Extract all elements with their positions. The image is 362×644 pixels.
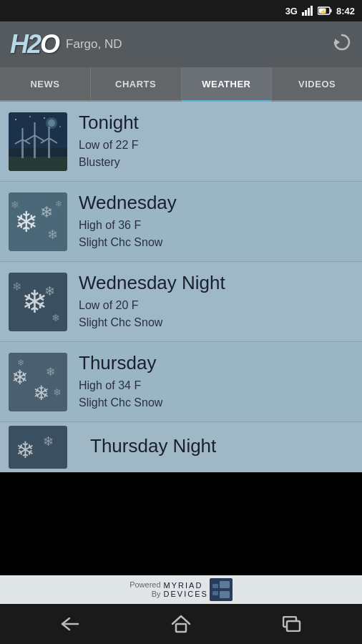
weather-temp: High of 34 F [79,377,353,394]
svg-text:❄: ❄ [17,358,24,368]
weather-thumbnail: ❄ ❄ ❄ ❄ [9,273,67,331]
weather-condition: Slight Chc Snow [79,234,353,251]
footer: Powered By MYRIAD DEVICES [0,575,362,604]
weather-thumbnail [9,112,67,171]
svg-text:❄: ❄ [46,366,55,378]
svg-rect-3 [310,6,313,16]
weather-list: Tonight Low of 22 F Blustery ❄ ❄ ❄ ❄ ❄ W… [0,102,362,575]
back-button[interactable] [52,610,88,638]
weather-condition: Blustery [79,154,353,171]
weather-temp: Low of 20 F [79,297,353,314]
svg-text:❄: ❄ [55,199,62,209]
signal-icon [302,6,313,16]
weather-info: Wednesday Night Low of 20 F Slight Chc S… [79,272,353,331]
svg-text:❄: ❄ [11,366,28,389]
weather-thumbnail: ❄ ❄ [9,426,67,469]
weather-info: Wednesday High of 36 F Slight Chc Snow [79,192,353,251]
svg-rect-18 [34,135,36,158]
logo-container: H2O Fargo, ND [10,29,122,59]
svg-rect-5 [330,9,331,13]
tab-videos[interactable]: VIDEOS [272,67,362,100]
svg-text:❄: ❄ [53,386,62,398]
svg-point-26 [15,119,16,120]
svg-text:❄: ❄ [40,203,53,221]
weather-thumbnail: ❄ ❄ ❄ ❄ ❄ [9,353,67,411]
tab-weather[interactable]: WEATHER [182,67,273,100]
svg-rect-52 [212,591,218,595]
svg-rect-22 [48,138,50,158]
svg-point-13 [48,119,55,127]
weather-period-title: Wednesday Night [79,272,353,294]
list-item[interactable]: ❄ ❄ Thursday Night [0,422,362,472]
weather-condition: Slight Chc Snow [79,314,353,331]
list-item[interactable]: ❄ ❄ ❄ ❄ ❄ Thursday High of 34 F Slight C… [0,342,362,422]
svg-text:❄: ❄ [11,199,19,210]
weather-period-title: Thursday [79,352,353,374]
svg-text:❄: ❄ [33,382,49,404]
list-item[interactable]: Tonight Low of 22 F Blustery [0,102,362,182]
home-button[interactable] [163,610,199,638]
nav-tabs: NEWS CHARTS WEATHER VIDEOS [0,67,362,102]
svg-point-29 [59,126,61,127]
bottom-nav [0,604,362,644]
myriad-brand: MYRIAD DEVICES [164,581,208,598]
svg-text:❄: ❄ [43,434,54,449]
svg-rect-58 [287,621,300,631]
refresh-icon[interactable] [332,32,352,57]
svg-rect-2 [308,8,310,16]
svg-text:❄: ❄ [52,312,60,323]
location-label: Fargo, ND [66,37,122,52]
svg-rect-11 [9,157,67,171]
svg-rect-1 [305,10,307,16]
weather-thumbnail: ❄ ❄ ❄ ❄ ❄ [9,192,67,251]
app-header: H2O Fargo, ND [0,21,362,67]
battery-icon: ⚡ [318,6,332,15]
list-item[interactable]: ❄ ❄ ❄ ❄ Wednesday Night Low of 20 F Slig… [0,262,362,342]
svg-marker-8 [335,39,340,46]
svg-rect-0 [302,12,304,16]
powered-by-label: Powered By [129,580,160,599]
weather-info: Tonight Low of 22 F Blustery [79,112,353,171]
svg-rect-51 [212,584,218,588]
svg-text:❄: ❄ [16,437,35,463]
recent-apps-button[interactable] [274,610,310,638]
weather-temp: High of 36 F [79,217,353,234]
weather-period-title: Tonight [79,112,353,134]
svg-text:❄: ❄ [47,228,58,242]
status-bar: 3G ⚡ 8:42 [0,0,362,21]
weather-info: Thursday Night [90,435,353,460]
svg-point-27 [29,116,31,117]
tab-charts[interactable]: CHARTS [91,67,182,100]
weather-temp: Low of 22 F [79,137,353,154]
weather-info: Thursday High of 34 F Slight Chc Snow [79,352,353,411]
svg-text:❄: ❄ [44,284,55,298]
myriad-logo-icon [210,578,233,601]
weather-condition: Slight Chc Snow [79,394,353,411]
clock: 8:42 [336,6,355,16]
tab-news[interactable]: NEWS [0,67,91,100]
network-indicator: 3G [285,6,298,16]
svg-text:❄: ❄ [12,280,21,293]
svg-rect-53 [220,581,230,588]
list-item[interactable]: ❄ ❄ ❄ ❄ ❄ Wednesday High of 36 F Slight … [0,182,362,262]
svg-point-28 [44,117,45,119]
svg-rect-56 [176,624,186,632]
svg-text:❄: ❄ [14,206,39,238]
weather-period-title: Wednesday [79,192,353,214]
app-logo: H2O [10,29,59,59]
weather-period-title: Thursday Night [90,435,353,457]
svg-rect-54 [220,591,230,598]
svg-rect-14 [21,140,24,158]
svg-text:⚡: ⚡ [320,8,327,15]
